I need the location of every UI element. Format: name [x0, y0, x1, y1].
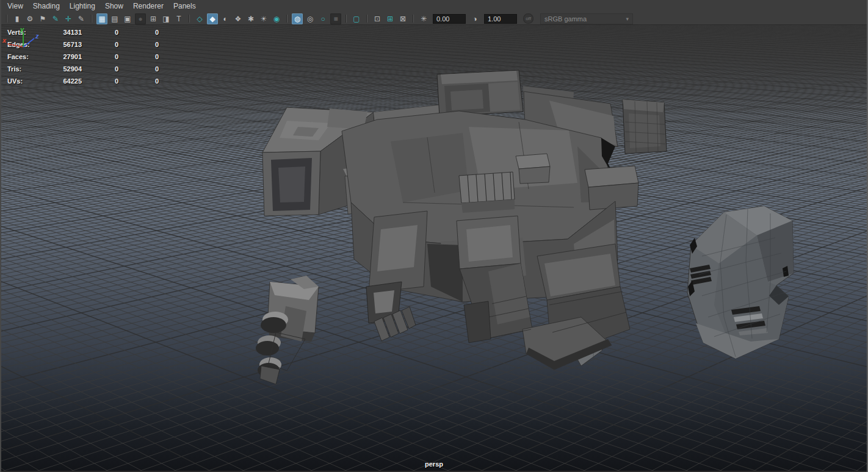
toolbar-separator-3	[189, 15, 190, 23]
film-gate-icon[interactable]: ▤	[109, 13, 120, 24]
contrast-input[interactable]	[484, 14, 517, 24]
exposure-icon[interactable]: ✳	[418, 13, 429, 24]
screen-space-ao-icon[interactable]: ◎	[305, 13, 316, 24]
hud-row-uvs: UVs:6422500	[7, 75, 159, 87]
contrast-icon[interactable]: ◑	[469, 13, 480, 24]
mech-debris-shell-right	[687, 206, 794, 359]
safe-action-icon[interactable]: ◨	[161, 13, 172, 24]
mech-right-pod	[623, 99, 667, 154]
exposure-input[interactable]	[433, 14, 466, 24]
menu-renderer[interactable]: Renderer	[128, 0, 168, 13]
camera-attributes-icon[interactable]: ⚙	[24, 13, 35, 24]
mech-detached-forearm	[256, 276, 319, 384]
gamma-dropdown-value: sRGB gamma	[544, 15, 587, 23]
display-layers-icon[interactable]: ⊞	[385, 13, 396, 24]
mech-deck-cube-large	[585, 166, 638, 210]
shaded-mode-icon[interactable]: ◆	[207, 13, 218, 24]
gamma-dropdown[interactable]: sRGB gamma ▾	[540, 13, 633, 24]
menu-panels[interactable]: Panels	[168, 0, 201, 13]
grease-pencil-icon[interactable]: ✎	[76, 13, 87, 24]
axis-gizmo: x y z	[0, 25, 46, 57]
toolbar-separator-7	[413, 15, 414, 23]
safe-title-icon[interactable]: T	[173, 13, 184, 24]
bookmarks-icon[interactable]: ⚑	[37, 13, 48, 24]
toolbar-separator-2	[91, 15, 92, 23]
menu-show[interactable]: Show	[100, 0, 128, 13]
toolbar-separator-5	[345, 15, 347, 23]
toolbar-separator-1	[6, 15, 7, 23]
axis-x-label: x	[2, 37, 7, 44]
axis-x-line	[7, 44, 23, 47]
scene-layers-icon[interactable]: ⊡	[372, 13, 383, 24]
resolution-gate-icon[interactable]: ▣	[122, 13, 133, 24]
menu-shading[interactable]: Shading	[28, 0, 65, 13]
panel-menubar: View Shading Lighting Show Renderer Pane…	[0, 0, 868, 13]
viewport-canvas	[0, 25, 868, 472]
axis-z-line	[23, 38, 34, 47]
select-camera-icon[interactable]: ▮	[12, 13, 23, 24]
toolbar-separator-6	[366, 15, 367, 23]
viewport[interactable]: Verts:3413100 Edges:5671300 Faces:279010…	[0, 25, 868, 472]
motion-blur-icon[interactable]: ○	[317, 13, 328, 24]
toolbar-icon-group: ▮⚙⚑✎✛✎▦▤▣●⊞◨T◇◆◐❖✱☀◉◍◎○■▢⊡⊞⊠	[4, 13, 416, 24]
mech-vent-plate	[459, 172, 515, 213]
menu-lighting[interactable]: Lighting	[65, 0, 100, 13]
axis-z-label: z	[35, 32, 39, 40]
exposure-off-toggle[interactable]: off	[523, 13, 533, 24]
pan-zoom-icon[interactable]: ✛	[63, 13, 74, 24]
chevron-down-icon: ▾	[626, 16, 629, 22]
camera-name-label: persp	[0, 460, 868, 468]
mech-deck-cube-small	[516, 154, 550, 184]
wireframe-on-shaded-icon[interactable]: ◐	[220, 13, 231, 24]
axis-y-label: y	[20, 26, 24, 33]
hud-row-tris: Tris:5290400	[7, 63, 159, 75]
isolate-select-icon[interactable]: ▢	[351, 13, 362, 24]
wireframe-mode-icon[interactable]: ◇	[194, 13, 205, 24]
mech-left-arm	[366, 211, 427, 341]
gate-mask-icon[interactable]: ●	[135, 13, 146, 24]
default-lighting-icon[interactable]: ☀	[258, 13, 269, 24]
shadows-icon[interactable]: ◍	[292, 13, 303, 24]
use-all-lights-icon[interactable]: ✱	[245, 13, 256, 24]
image-plane-icon[interactable]: ⊠	[397, 13, 408, 24]
multisample-aa-icon[interactable]: ■	[330, 13, 341, 24]
textured-mode-icon[interactable]: ❖	[233, 13, 244, 24]
audio-icon[interactable]: ◉	[271, 13, 282, 24]
viewport-toolbar: ▮⚙⚑✎✛✎▦▤▣●⊞◨T◇◆◐❖✱☀◉◍◎○■▢⊡⊞⊠ ✳ ◑ off sRG…	[0, 13, 868, 25]
field-chart-icon[interactable]: ⊞	[148, 13, 159, 24]
toolbar-separator-4	[286, 15, 288, 23]
camera-pen-icon[interactable]: ✎	[50, 13, 61, 24]
menu-view[interactable]: View	[2, 0, 28, 13]
grid-icon[interactable]: ▦	[96, 13, 107, 24]
